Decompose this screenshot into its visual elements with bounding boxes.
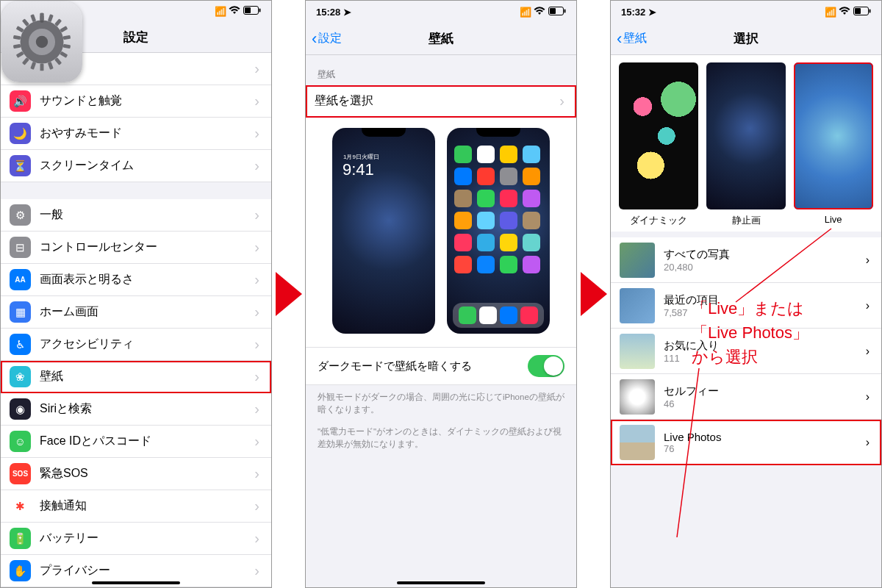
page-title: 設定 [123, 29, 148, 46]
album-count: 76 [664, 443, 857, 454]
row-label: サウンドと触覚 [40, 93, 245, 109]
wifi-icon [534, 7, 545, 18]
chevron-right-icon: › [254, 498, 259, 514]
svg-rect-19 [13, 35, 21, 40]
dark-mode-dim-row: ダークモードで壁紙を暗くする [306, 348, 576, 385]
wallpaper-category-静止画[interactable]: 静止画 [706, 62, 787, 227]
row-icon: ▦ [10, 301, 31, 323]
status-bar: 15:28 ➤ 📶 [306, 1, 576, 23]
row-icon: ☺︎ [10, 431, 31, 452]
chevron-left-icon: ‹ [312, 31, 317, 47]
svg-marker-26 [276, 272, 302, 316]
section-header: 壁紙 [306, 55, 576, 85]
home-indicator[interactable] [92, 581, 180, 584]
chevron-left-icon: ‹ [617, 31, 622, 47]
status-bar: 15:32 ➤ 📶 [611, 1, 881, 23]
settings-row-画面表示と明るさ[interactable]: AA画面表示と明るさ› [1, 264, 271, 296]
row-icon: ❀ [10, 366, 31, 387]
row-label: 一般 [40, 207, 245, 223]
callout-text: 「Live」または 「Live Photos」 から選択 [692, 296, 808, 369]
album-info: Live Photos76 [664, 431, 857, 454]
album-thumb [620, 425, 655, 460]
wallpaper-thumb [706, 62, 786, 209]
battery-icon [853, 7, 871, 18]
chevron-right-icon: › [254, 271, 259, 288]
svg-rect-6 [48, 14, 54, 22]
screenshot-wallpaper-settings: 15:28 ➤ 📶 ‹設定 壁紙 壁紙 壁紙を選択 › 1月9日火曜日 9:41 [305, 0, 577, 588]
settings-row-バッテリー[interactable]: 🔋バッテリー› [1, 523, 271, 555]
row-label: 画面表示と明るさ [40, 272, 245, 287]
settings-row-サウンドと触覚[interactable]: 🔊サウンドと触覚› [1, 85, 271, 118]
svg-point-2 [36, 36, 48, 48]
settings-row-一般[interactable]: ⚙︎一般› [1, 199, 271, 232]
chevron-right-icon: › [254, 530, 259, 547]
settings-row-コントロールセンター[interactable]: ⊟コントロールセンター› [1, 232, 271, 264]
row-label: アクセシビリティ [40, 337, 245, 352]
row-icon: ◉ [10, 398, 31, 420]
settings-row-ホーム画面[interactable]: ▦ホーム画面› [1, 296, 271, 329]
svg-marker-30 [581, 272, 607, 316]
chevron-right-icon: › [866, 345, 870, 358]
row-label: Siriと検索 [40, 401, 245, 417]
chevron-right-icon: › [254, 336, 259, 353]
row-label: 緊急SOS [40, 466, 245, 481]
album-row-すべての写真[interactable]: すべての写真20,480› [611, 237, 881, 283]
album-row-セルフィー[interactable]: セルフィー46› [611, 374, 881, 420]
home-screen-preview[interactable] [447, 128, 550, 334]
album-thumb [620, 288, 655, 323]
svg-rect-9 [63, 35, 71, 40]
svg-rect-29 [564, 9, 566, 12]
row-icon: 🌙 [10, 123, 31, 144]
settings-row-Siriと検索[interactable]: ◉Siriと検索› [1, 393, 271, 426]
chevron-right-icon: › [866, 390, 870, 404]
chevron-right-icon: › [254, 368, 259, 385]
chevron-right-icon: › [254, 401, 259, 417]
choose-wallpaper-row[interactable]: 壁紙を選択 › [306, 85, 576, 118]
album-row-Live Photos[interactable]: Live Photos76› [611, 420, 881, 465]
back-button[interactable]: ‹壁紙 [617, 31, 647, 47]
row-icon: ⚙︎ [10, 204, 31, 226]
lock-screen-preview[interactable]: 1月9日火曜日 9:41 [332, 128, 435, 334]
chevron-right-icon: › [254, 93, 259, 110]
svg-rect-5 [40, 13, 44, 21]
settings-row-緊急SOS[interactable]: SOS緊急SOS› [1, 458, 271, 490]
chevron-right-icon: › [254, 60, 259, 77]
row-icon: ⏳ [10, 155, 31, 176]
status-time: 15:28 ➤ [316, 7, 351, 18]
wallpaper-category-label: 静止画 [732, 214, 761, 227]
footnote: 外観モードがダークの場合、周囲の光に応じてiPhoneの壁紙が暗くなります。 [306, 385, 576, 420]
album-info: セルフィー46 [664, 384, 857, 409]
chevron-right-icon: › [559, 93, 564, 110]
svg-rect-28 [550, 8, 556, 14]
album-thumb [620, 334, 655, 369]
svg-rect-32 [855, 8, 861, 14]
settings-row-壁紙[interactable]: ❀壁紙› [1, 361, 271, 393]
settings-row-アクセシビリティ[interactable]: ♿︎アクセシビリティ› [1, 329, 271, 361]
svg-rect-18 [13, 44, 21, 49]
back-button[interactable]: ‹設定 [312, 31, 342, 47]
chevron-right-icon: › [254, 465, 259, 482]
location-icon: ➤ [343, 7, 351, 18]
row-label: ホーム画面 [40, 304, 245, 320]
chevron-right-icon: › [254, 433, 259, 450]
settings-row-接触通知[interactable]: ✱接触通知› [1, 490, 271, 523]
svg-rect-25 [259, 8, 261, 12]
chevron-right-icon: › [866, 254, 870, 267]
svg-rect-13 [48, 62, 54, 70]
row-label: バッテリー [40, 531, 245, 546]
cellular-icon: 📶 [520, 7, 531, 18]
dark-dim-toggle[interactable] [528, 355, 564, 377]
svg-rect-33 [870, 9, 871, 12]
row-icon: AA [10, 269, 31, 290]
settings-row-Face IDとパスコード[interactable]: ☺︎Face IDとパスコード› [1, 426, 271, 458]
chevron-right-icon: › [254, 125, 259, 142]
settings-app-icon [1, 1, 82, 82]
wallpaper-category-ダイナミック[interactable]: ダイナミック [618, 62, 700, 227]
wallpaper-thumb [794, 62, 873, 209]
row-icon: ✱ [10, 495, 31, 517]
settings-row-おやすみモード[interactable]: 🌙おやすみモード› [1, 118, 271, 150]
wallpaper-category-Live[interactable]: Live [792, 62, 874, 227]
home-indicator[interactable] [397, 581, 485, 584]
settings-row-スクリーンタイム[interactable]: ⏳スクリーンタイム› [1, 150, 271, 182]
screenshot-wallpaper-choose: 15:32 ➤ 📶 ‹壁紙 選択 ダイナミック静止画Live すべての写真20,… [610, 0, 882, 588]
